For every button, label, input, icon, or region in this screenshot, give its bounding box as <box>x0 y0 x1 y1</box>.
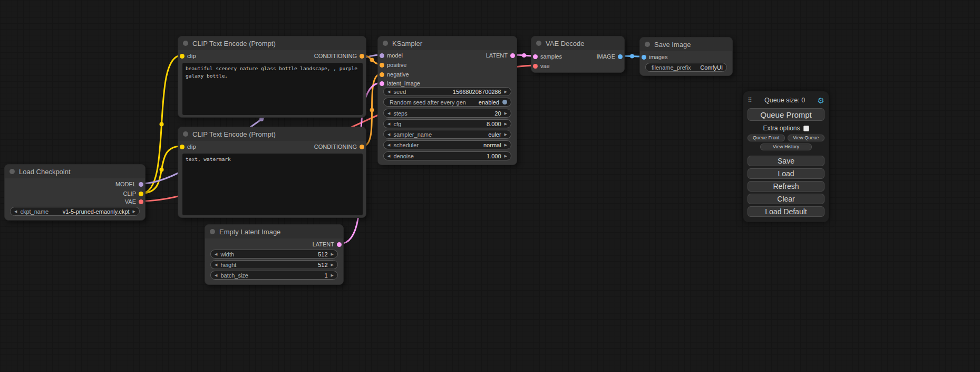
node-save-image[interactable]: Save Image images filename_prefix ComfyU… <box>639 37 733 76</box>
node-title-bar[interactable]: Load Checkpoint <box>5 165 145 178</box>
node-title-bar[interactable]: Save Image <box>640 37 732 51</box>
output-slot-conditioning: CONDITIONING <box>314 52 366 60</box>
increment-arrow-icon[interactable]: ▶ <box>331 273 334 277</box>
drag-handle-icon[interactable]: ⠿ <box>748 97 752 104</box>
input-dot-model[interactable] <box>380 53 384 58</box>
decrement-arrow-icon[interactable]: ◀ <box>387 90 390 93</box>
save-button[interactable]: Save <box>748 156 824 166</box>
widget-random-seed-toggle[interactable]: Random seed after every gen enabled <box>383 98 511 107</box>
queue-prompt-button[interactable]: Queue Prompt <box>748 108 824 121</box>
extra-options-label: Extra options <box>763 125 800 132</box>
increment-arrow-icon[interactable]: ▶ <box>504 122 507 126</box>
load-default-button[interactable]: Load Default <box>748 206 824 217</box>
widget-width[interactable]: ◀ width 512 ▶ <box>210 250 338 259</box>
node-title-bar[interactable]: CLIP Text Encode (Prompt) <box>178 127 366 141</box>
view-history-button[interactable]: View History <box>760 144 812 150</box>
input-slot-clip: clip <box>178 142 196 151</box>
increment-arrow-icon[interactable]: ▶ <box>331 263 334 266</box>
collapse-dot-icon[interactable] <box>383 41 388 46</box>
load-button[interactable]: Load <box>748 168 824 179</box>
slot-label: positive <box>387 62 406 68</box>
widget-batch-size[interactable]: ◀ batch_size 1 ▶ <box>210 271 338 280</box>
input-dot-clip[interactable] <box>180 145 185 149</box>
output-dot-conditioning[interactable] <box>360 145 364 149</box>
collapse-dot-icon[interactable] <box>210 229 215 234</box>
input-dot-positive[interactable] <box>380 63 384 68</box>
node-empty-latent-image[interactable]: Empty Latent Image LATENT ◀ width 512 ▶ … <box>205 224 344 285</box>
node-graph-canvas[interactable]: Load Checkpoint MODEL CLIP VAE ◀ ckpt_na… <box>0 0 980 372</box>
decrement-arrow-icon[interactable]: ◀ <box>387 154 390 158</box>
input-dot-clip[interactable] <box>180 54 185 59</box>
node-clip-text-encode-positive[interactable]: CLIP Text Encode (Prompt) clip CONDITION… <box>178 36 366 118</box>
increment-arrow-icon[interactable]: ▶ <box>504 132 507 136</box>
extra-options-checkbox[interactable] <box>803 126 809 131</box>
decrement-arrow-icon[interactable]: ◀ <box>215 252 217 256</box>
node-clip-text-encode-negative[interactable]: CLIP Text Encode (Prompt) clip CONDITION… <box>178 127 366 218</box>
collapse-dot-icon[interactable] <box>183 131 188 137</box>
decrement-arrow-icon[interactable]: ◀ <box>14 209 17 213</box>
widget-label: scheduler <box>393 142 419 148</box>
slot-label: vae <box>540 63 550 69</box>
widget-label: steps <box>393 110 407 117</box>
widget-cfg[interactable]: ◀ cfg 8.000 ▶ <box>383 119 511 128</box>
slot-label: clip <box>187 53 196 59</box>
refresh-button[interactable]: Refresh <box>748 181 824 192</box>
output-dot-model[interactable] <box>139 182 143 187</box>
widget-filename-prefix[interactable]: filename_prefix ComfyUI <box>645 63 727 72</box>
widget-steps[interactable]: ◀ steps 20 ▶ <box>383 109 511 118</box>
decrement-arrow-icon[interactable]: ◀ <box>387 132 390 136</box>
output-dot-latent[interactable] <box>337 242 342 247</box>
increment-arrow-icon[interactable]: ▶ <box>504 143 507 147</box>
collapse-dot-icon[interactable] <box>183 41 188 46</box>
output-dot-vae[interactable] <box>139 199 143 204</box>
node-title-bar[interactable]: CLIP Text Encode (Prompt) <box>178 36 366 50</box>
node-vae-decode[interactable]: VAE Decode samples vae IMAGE <box>531 36 625 73</box>
increment-arrow-icon[interactable]: ▶ <box>504 111 507 115</box>
toggle-dot-icon[interactable] <box>502 100 507 104</box>
positive-prompt-textarea[interactable]: beautiful scenery nature glass bottle la… <box>182 63 363 115</box>
widget-height[interactable]: ◀ height 512 ▶ <box>210 260 338 269</box>
view-queue-button[interactable]: View Queue <box>788 135 825 141</box>
widget-value: enabled <box>469 99 499 106</box>
input-dot-vae[interactable] <box>533 64 538 69</box>
node-title-bar[interactable]: Empty Latent Image <box>205 225 343 239</box>
output-dot-conditioning[interactable] <box>360 54 364 59</box>
increment-arrow-icon[interactable]: ▶ <box>331 252 334 256</box>
node-title-bar[interactable]: KSampler <box>378 36 517 50</box>
collapse-dot-icon[interactable] <box>9 169 15 174</box>
decrement-arrow-icon[interactable]: ◀ <box>387 143 390 147</box>
node-ksampler[interactable]: KSampler model positive negative latent_… <box>377 36 517 165</box>
collapse-dot-icon[interactable] <box>645 42 650 47</box>
slot-label: latent_image <box>387 80 420 87</box>
widget-denoise[interactable]: ◀ denoise 1.000 ▶ <box>383 151 511 160</box>
extra-options-row: Extra options <box>748 125 824 131</box>
decrement-arrow-icon[interactable]: ◀ <box>215 273 217 277</box>
negative-prompt-textarea[interactable]: text, watermark <box>182 154 363 215</box>
widget-ckpt-name[interactable]: ◀ ckpt_name v1-5-pruned-emaonly.ckpt ▶ <box>10 207 140 216</box>
widget-value: 20 <box>411 110 501 117</box>
node-title: Load Checkpoint <box>19 168 71 176</box>
output-dot-latent[interactable] <box>510 53 515 58</box>
settings-gear-icon[interactable]: ⚙ <box>818 97 824 104</box>
increment-arrow-icon[interactable]: ▶ <box>504 90 507 93</box>
input-dot-samples[interactable] <box>533 54 538 59</box>
increment-arrow-icon[interactable]: ▶ <box>133 209 135 213</box>
decrement-arrow-icon[interactable]: ◀ <box>387 122 390 126</box>
input-dot-images[interactable] <box>642 55 646 60</box>
output-dot-clip[interactable] <box>139 192 143 196</box>
clear-button[interactable]: Clear <box>748 194 824 204</box>
node-title: Save Image <box>654 41 691 49</box>
input-dot-negative[interactable] <box>380 72 384 77</box>
decrement-arrow-icon[interactable]: ◀ <box>215 263 217 266</box>
decrement-arrow-icon[interactable]: ◀ <box>387 111 390 115</box>
widget-seed[interactable]: ◀ seed 156680208700286 ▶ <box>383 87 511 96</box>
collapse-dot-icon[interactable] <box>536 41 541 46</box>
node-title-bar[interactable]: VAE Decode <box>531 36 624 50</box>
queue-front-button[interactable]: Queue Front <box>748 135 785 141</box>
widget-sampler-name[interactable]: ◀ sampler_name euler ▶ <box>383 130 511 139</box>
increment-arrow-icon[interactable]: ▶ <box>504 154 507 158</box>
input-dot-latent-image[interactable] <box>380 81 384 86</box>
node-load-checkpoint[interactable]: Load Checkpoint MODEL CLIP VAE ◀ ckpt_na… <box>4 164 145 221</box>
output-dot-image[interactable] <box>618 54 623 59</box>
widget-scheduler[interactable]: ◀ scheduler normal ▶ <box>383 140 511 149</box>
